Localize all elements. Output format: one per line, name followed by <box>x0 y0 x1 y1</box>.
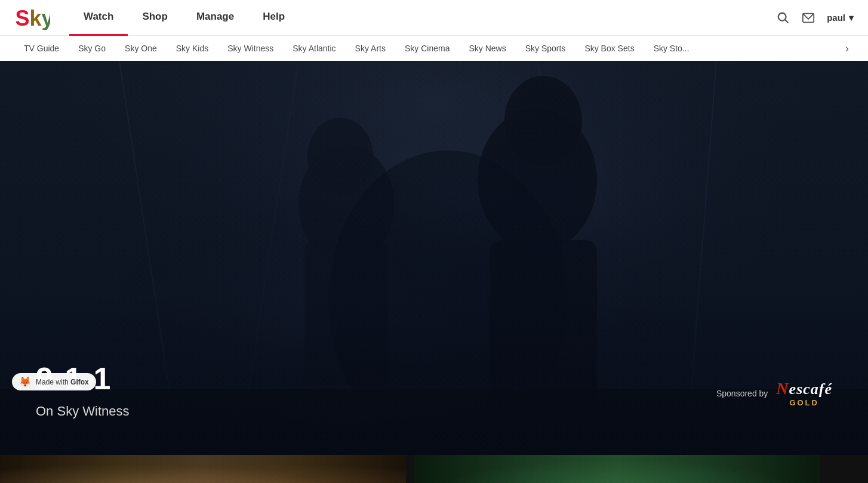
nescafe-gold-label: GOLD <box>789 398 819 407</box>
svg-point-1 <box>778 13 786 20</box>
subnav-sky-atlantic[interactable]: Sky Atlantic <box>283 36 345 61</box>
subnav-sky-one[interactable]: Sky One <box>115 36 167 61</box>
sub-nav: TV Guide Sky Go Sky One Sky Kids Sky Wit… <box>0 36 868 61</box>
main-nav: Watch Shop Manage Help <box>69 0 777 36</box>
nav-manage[interactable]: Manage <box>182 0 248 36</box>
subnav-sky-kids[interactable]: Sky Kids <box>167 36 218 61</box>
subnav-sky-witness[interactable]: Sky Witness <box>218 36 283 61</box>
hero-show-channel: On Sky Witness <box>36 404 129 419</box>
subnav-sky-box-sets[interactable]: Sky Box Sets <box>575 36 644 61</box>
gifox-label: Made with Gifox <box>36 378 89 386</box>
sub-nav-arrow[interactable]: › <box>841 42 854 55</box>
user-menu[interactable]: paul ▾ <box>827 13 854 23</box>
thumbnails-row <box>0 455 868 483</box>
sponsor-label: Sponsored by <box>716 389 768 398</box>
subnav-tv-guide[interactable]: TV Guide <box>14 36 69 61</box>
mail-icon[interactable] <box>802 11 815 24</box>
subnav-sky-cinema[interactable]: Sky Cinema <box>395 36 459 61</box>
gifox-icon: 🦊 <box>19 376 31 387</box>
svg-text:Sky: Sky <box>16 6 51 30</box>
hero-sponsor: Sponsored by Nescafé GOLD <box>716 379 832 407</box>
nav-watch[interactable]: Watch <box>69 0 128 36</box>
thumbnail-2-image <box>414 455 820 483</box>
site-header: Sky Watch Shop Manage Help <box>0 0 868 61</box>
nescafe-brand: Nescafé <box>776 379 832 398</box>
gifox-badge: 🦊 Made with Gifox <box>12 373 96 390</box>
thumbnail-2[interactable] <box>414 455 820 483</box>
thumbnail-1-image <box>0 455 406 483</box>
header-actions: paul ▾ <box>777 11 854 24</box>
thumbnail-1[interactable] <box>0 455 406 483</box>
sky-logo: Sky <box>14 6 50 30</box>
subnav-sky-news[interactable]: Sky News <box>459 36 515 61</box>
logo-area[interactable]: Sky <box>14 6 50 30</box>
nav-help[interactable]: Help <box>248 0 299 36</box>
subnav-sky-store[interactable]: Sky Sto... <box>644 36 699 61</box>
nescafe-logo: Nescafé GOLD <box>776 379 832 407</box>
search-icon[interactable] <box>777 11 790 24</box>
chevron-down-icon: ▾ <box>849 13 854 23</box>
hero-section: 9-1-1 On Sky Witness Sponsored by Nescaf… <box>0 61 868 455</box>
username-label: paul <box>827 13 845 23</box>
subnav-sky-sports[interactable]: Sky Sports <box>516 36 575 61</box>
subnav-sky-go[interactable]: Sky Go <box>69 36 115 61</box>
svg-line-2 <box>785 20 788 23</box>
subnav-sky-arts[interactable]: Sky Arts <box>346 36 395 61</box>
header-top: Sky Watch Shop Manage Help <box>0 0 868 36</box>
nav-shop[interactable]: Shop <box>128 0 182 36</box>
sub-nav-items: TV Guide Sky Go Sky One Sky Kids Sky Wit… <box>14 36 841 61</box>
